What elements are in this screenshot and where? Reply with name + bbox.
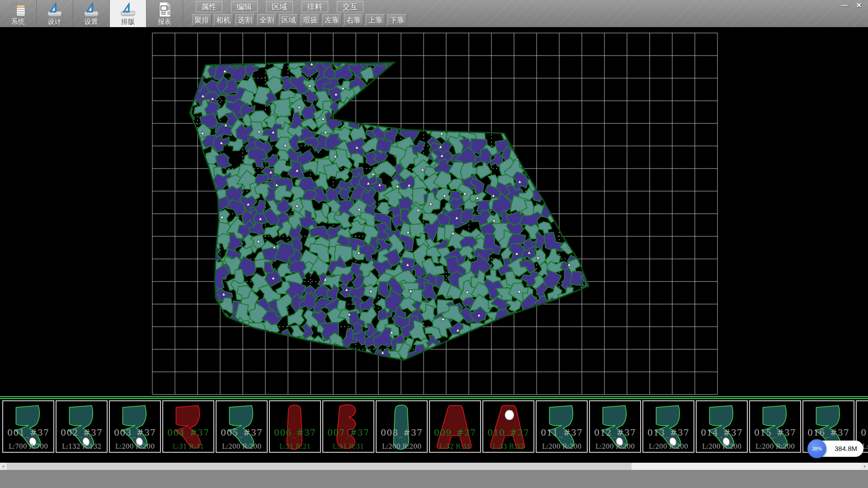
piece-lr-count: L:200 R:200: [643, 443, 693, 450]
action-button-3[interactable]: 选割: [236, 14, 255, 26]
toolbar: 系统设计设置排版报表 属性编辑区域排料交互 聚排相机选割全割区域瑕疵左靠右靠上靠…: [0, 0, 868, 28]
menu-tab-3[interactable]: 区域: [266, 1, 293, 12]
piece-lr-count: L:132 R:132: [57, 443, 107, 450]
action-button-8[interactable]: 右靠: [344, 14, 363, 26]
piece-name: 001_#37: [3, 427, 53, 437]
piece-name: 015_#37: [750, 427, 800, 437]
action-button-10[interactable]: 下靠: [387, 14, 407, 26]
piece-name: 017_#37: [857, 427, 868, 437]
action-button-7[interactable]: 左靠: [322, 14, 342, 26]
toolbar-button-report[interactable]: 报表: [146, 0, 183, 27]
action-button-5[interactable]: 区域: [279, 14, 298, 26]
thumbnail-item-004_#37[interactable]: 004_#37L:31 R:31: [162, 400, 214, 453]
thumbnail-item-003_#37[interactable]: 003_#37L:200 R:200: [109, 400, 161, 453]
piece-name: 009_#37: [430, 427, 480, 437]
toolbar-button-label: 报表: [146, 18, 183, 26]
action-button-6[interactable]: 瑕疵: [301, 14, 320, 26]
thumbnail-item-007_#37[interactable]: 007_#37L:31 R:31: [322, 400, 374, 453]
piece-name: 007_#37: [323, 427, 373, 437]
thumbnail-item-014_#37[interactable]: 014_#37L:200 R:200: [696, 400, 748, 453]
piece-name: 003_#37: [110, 427, 160, 437]
piece-lr-count: L:21 R:21: [270, 443, 320, 450]
close-button[interactable]: ✕: [853, 1, 865, 10]
piece-name: 016_#37: [803, 427, 854, 437]
piece-lr-count: L:200 R:200: [377, 443, 427, 450]
piece-lr-count: L:31 R:31: [323, 443, 373, 450]
thumbnail-item-005_#37[interactable]: 005_#37L:200 R:200: [216, 400, 268, 453]
action-button-1[interactable]: 聚排: [192, 14, 212, 26]
piece-name: 011_#37: [537, 427, 587, 437]
thumbnail-item-015_#37[interactable]: 015_#37L:200 R:200: [749, 400, 801, 453]
toolbar-button-layout[interactable]: 排版: [110, 0, 146, 27]
piece-lr-count: L:200 R:200: [217, 443, 267, 450]
window-bottom-area: [0, 470, 868, 488]
action-buttons-row: 聚排相机选割全割区域瑕疵左靠右靠上靠下靠: [192, 14, 407, 26]
app-window: 系统设计设置排版报表 属性编辑区域排料交互 聚排相机选割全割区域瑕疵左靠右靠上靠…: [0, 0, 868, 488]
toolbar-button-design[interactable]: 设计: [37, 0, 73, 27]
memory-status-badge: 384.8M 38%: [807, 439, 866, 458]
piece-lr-count: L:31 R:31: [163, 443, 213, 450]
thumbnail-item-010_#37[interactable]: 010_#37L:33 R:33: [482, 400, 534, 453]
piece-lr-count: L:200 R:200: [590, 443, 640, 450]
piece-name: 005_#37: [217, 427, 267, 437]
menu-tab-4[interactable]: 排料: [302, 1, 328, 12]
piece-name: 010_#37: [483, 427, 533, 437]
piece-name: 014_#37: [697, 427, 747, 437]
action-button-9[interactable]: 上靠: [366, 14, 385, 26]
scrollbar-thumb[interactable]: [7, 463, 632, 470]
thumbnail-item-012_#37[interactable]: 012_#37L:200 R:200: [589, 400, 641, 453]
gear-table-icon: [9, 1, 27, 18]
menu-tab-1[interactable]: 属性: [196, 1, 222, 12]
window-controls: — ✕: [838, 1, 865, 10]
piece-name: 002_#37: [57, 427, 107, 437]
thumbnail-item-001_#37[interactable]: 001_#37L:700 R:700: [2, 400, 54, 453]
piece-lr-count: L:200 R:200: [537, 443, 587, 450]
report-icon: [156, 1, 173, 18]
piece-name: 004_#37: [163, 427, 213, 437]
progress-value: 38%: [807, 439, 826, 458]
piece-lr-count: L:32 R:31: [430, 443, 480, 450]
thumbnail-item-002_#37[interactable]: 002_#37L:132 R:132: [56, 400, 108, 453]
ruler-icon: [46, 1, 63, 18]
toolbar-button-settings[interactable]: 设置: [73, 0, 110, 27]
nesting-canvas-svg: [0, 27, 868, 396]
thumbnail-item-009_#37[interactable]: 009_#37L:32 R:31: [429, 400, 481, 453]
thumbnail-item-013_#37[interactable]: 013_#37L:200 R:200: [642, 400, 694, 453]
thumbnail-item-006_#37[interactable]: 006_#37L:21 R:21: [269, 400, 321, 453]
toolbar-button-system[interactable]: 系统: [0, 0, 37, 27]
piece-lr-count: L:700 R:700: [3, 443, 53, 450]
toolbar-button-label: 系统: [0, 18, 36, 26]
memory-value: 384.8M: [831, 441, 861, 457]
toolbar-button-label: 排版: [110, 18, 146, 26]
piece-name: 012_#37: [590, 427, 640, 437]
piece-lr-count: L:200 R:200: [750, 443, 800, 450]
horizontal-scrollbar[interactable]: ‹ ›: [0, 463, 868, 470]
toolbar-button-label: 设计: [37, 18, 73, 26]
thumbnail-item-008_#37[interactable]: 008_#37L:200 R:200: [376, 400, 428, 453]
action-button-4[interactable]: 全割: [257, 14, 277, 26]
thumbnail-strip: 001_#37L:700 R:700002_#37L:132 R:132003_…: [0, 396, 868, 463]
action-button-2[interactable]: 相机: [214, 14, 233, 26]
strip-divider-line: [0, 396, 868, 397]
progress-circle: 38%: [807, 439, 826, 458]
menu-tab-2[interactable]: 编辑: [231, 1, 258, 12]
nesting-canvas[interactable]: [0, 27, 868, 396]
menu-tabs: 属性编辑区域排料交互: [196, 1, 363, 12]
piece-name: 013_#37: [643, 427, 693, 437]
ruler-icon: [119, 1, 137, 18]
toolbar-button-label: 设置: [73, 18, 109, 26]
scroll-left-arrow-icon[interactable]: ‹: [0, 463, 7, 470]
piece-lr-count: L:33 R:33: [483, 443, 533, 450]
strip-divider-line: [0, 398, 868, 399]
piece-name: 006_#37: [270, 427, 320, 437]
menu-tab-5[interactable]: 交互: [337, 1, 363, 12]
ruler-icon: [83, 1, 100, 18]
thumbnail-item-011_#37[interactable]: 011_#37L:200 R:200: [536, 400, 588, 453]
piece-lr-count: L:200 R:200: [697, 443, 747, 450]
piece-lr-count: L:200 R:200: [110, 443, 160, 450]
piece-name: 008_#37: [377, 427, 427, 437]
scroll-right-arrow-icon[interactable]: ›: [861, 463, 868, 470]
minimize-button[interactable]: —: [838, 1, 851, 10]
